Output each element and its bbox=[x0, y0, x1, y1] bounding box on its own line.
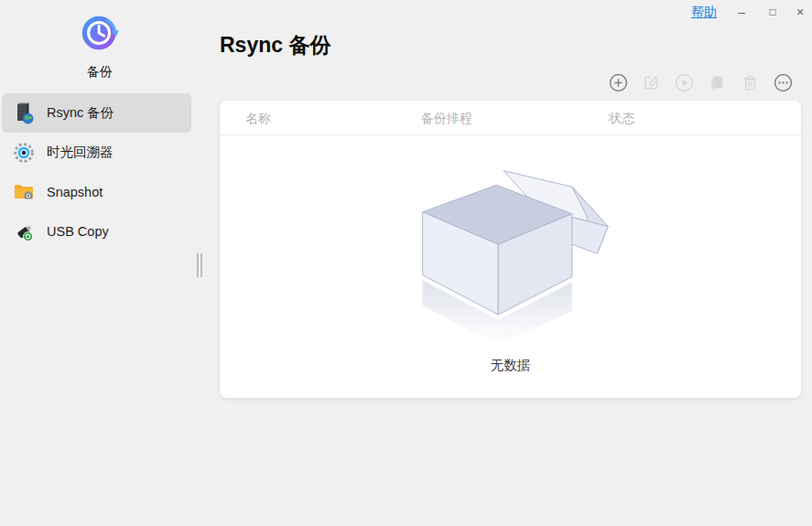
column-header-schedule: 备份排程 bbox=[421, 111, 472, 127]
sidebar-item-usb-copy[interactable]: USB Copy bbox=[2, 211, 191, 251]
help-link[interactable]: 帮助 bbox=[691, 5, 717, 21]
sidebar-item-label: Rsync 备份 bbox=[47, 104, 114, 122]
column-header-status: 状态 bbox=[609, 111, 634, 127]
backup-task-panel: 名称 备份排程 状态 无数据 bbox=[220, 101, 801, 398]
close-button[interactable]: × bbox=[786, 0, 812, 24]
sidebar-item-snapshot[interactable]: Snapshot bbox=[2, 172, 191, 211]
sidebar: 备份 Rsync 备份 bbox=[0, 0, 200, 526]
more-button[interactable] bbox=[774, 73, 793, 92]
empty-state: 无数据 bbox=[220, 135, 801, 397]
run-button bbox=[675, 73, 694, 92]
table-header: 名称 备份排程 状态 bbox=[220, 101, 801, 135]
edit-button bbox=[642, 73, 661, 92]
app-header: 备份 bbox=[0, 0, 200, 81]
time-machine-gear-icon bbox=[12, 141, 36, 165]
add-button[interactable] bbox=[609, 73, 628, 92]
sidebar-item-time-machine[interactable]: 时光回溯器 bbox=[2, 133, 191, 172]
sidebar-item-label: USB Copy bbox=[47, 224, 109, 239]
snapshot-folder-camera-icon bbox=[12, 180, 36, 204]
copy-button bbox=[708, 73, 727, 92]
open-empty-box-icon bbox=[403, 159, 619, 349]
copy-document-icon bbox=[708, 73, 727, 92]
plus-circle-icon bbox=[609, 73, 628, 92]
page-title: Rsync 备份 bbox=[220, 31, 330, 59]
ellipsis-circle-icon bbox=[774, 73, 793, 92]
rsync-server-globe-icon bbox=[12, 102, 36, 125]
minimize-button[interactable]: – bbox=[728, 0, 755, 24]
toolbar bbox=[609, 73, 793, 92]
app-label: 备份 bbox=[0, 64, 200, 81]
sidebar-nav: Rsync 备份 时光回溯器 bbox=[0, 93, 200, 251]
column-header-name: 名称 bbox=[245, 111, 271, 127]
trash-icon bbox=[741, 73, 760, 92]
delete-button bbox=[741, 73, 760, 92]
maximize-button[interactable]: □ bbox=[759, 0, 786, 24]
sidebar-item-label: 时光回溯器 bbox=[47, 144, 114, 161]
usb-drive-icon bbox=[12, 220, 36, 243]
edit-pencil-icon bbox=[642, 73, 661, 92]
empty-state-label: 无数据 bbox=[491, 357, 531, 374]
sidebar-item-rsync-backup[interactable]: Rsync 备份 bbox=[2, 93, 191, 133]
play-circle-icon bbox=[675, 73, 694, 92]
sidebar-resize-grip[interactable] bbox=[197, 253, 204, 277]
sidebar-item-label: Snapshot bbox=[47, 185, 103, 199]
backup-clock-icon bbox=[80, 13, 120, 53]
